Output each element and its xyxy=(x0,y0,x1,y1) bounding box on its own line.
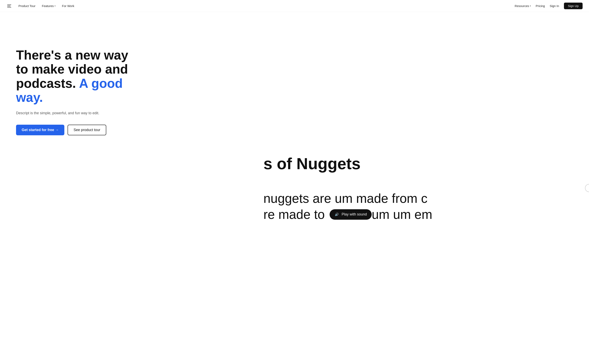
hero-buttons: Get started for free → See product tour xyxy=(16,125,294,135)
resources-chevron-icon: ▾ xyxy=(530,5,531,7)
hero-left: There's a new way to make video and podc… xyxy=(0,12,294,364)
hero-subline: Descript is the simple, powerful, and fu… xyxy=(16,110,104,116)
scroll-indicator xyxy=(585,184,589,192)
hero-section: There's a new way to make video and podc… xyxy=(0,12,589,364)
nav-sign-in[interactable]: Sign In xyxy=(550,4,559,8)
navigation: Product Tour Features ▾ For Work Resourc… xyxy=(0,0,589,12)
nav-resources[interactable]: Resources ▾ xyxy=(515,4,531,8)
get-started-button[interactable]: Get started for free → xyxy=(16,125,64,135)
hero-right: s of Nuggets nuggets are um made from c … xyxy=(247,12,589,364)
features-chevron-icon: ▾ xyxy=(54,5,56,7)
hero-headline: There's a new way to make video and podc… xyxy=(16,48,128,105)
nav-for-work[interactable]: For Work xyxy=(62,4,74,8)
hamburger-icon[interactable] xyxy=(7,4,12,8)
transcript-line-3: um um em xyxy=(372,207,432,222)
transcript-nuggets: s of Nuggets xyxy=(263,154,581,173)
see-product-tour-button[interactable]: See product tour xyxy=(68,125,106,135)
nav-features[interactable]: Features ▾ xyxy=(42,4,56,8)
nav-product-tour[interactable]: Product Tour xyxy=(19,4,35,8)
nav-pricing[interactable]: Pricing xyxy=(536,4,545,8)
transcript-body: nuggets are um made from c re made to 🔊 … xyxy=(263,190,581,222)
play-with-sound-button[interactable]: 🔊 Play with sound xyxy=(330,209,372,220)
nav-right: Resources ▾ Pricing Sign In Sign Up xyxy=(515,3,582,9)
transcript-line-1: nuggets are um made from c xyxy=(263,190,581,207)
hero-headline-accent: A good way. xyxy=(16,76,123,105)
nav-left: Product Tour Features ▾ For Work xyxy=(7,4,74,8)
sign-up-button[interactable]: Sign Up xyxy=(564,3,582,9)
sound-icon: 🔊 xyxy=(334,212,339,217)
